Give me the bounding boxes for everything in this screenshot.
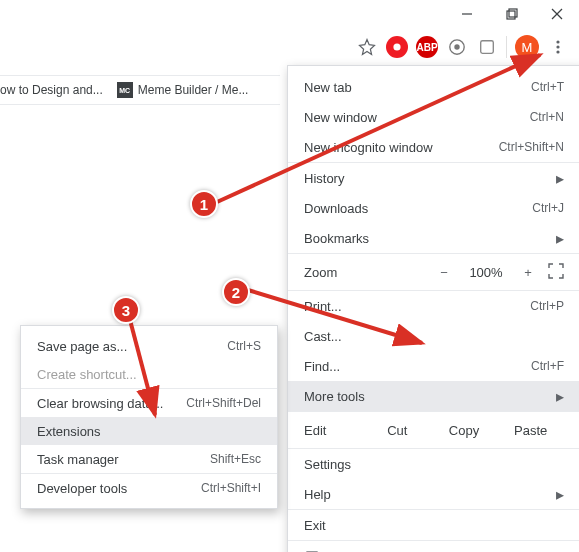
- menu-label: New window: [304, 110, 530, 125]
- extension-3-icon[interactable]: [446, 36, 468, 58]
- extension-4-icon[interactable]: [476, 36, 498, 58]
- bookmark-item[interactable]: ow to Design and...: [0, 82, 103, 98]
- more-tools-submenu: Save page as...Ctrl+S Create shortcut...…: [20, 325, 278, 509]
- zoom-value: 100%: [464, 265, 508, 280]
- svg-rect-1: [507, 11, 515, 19]
- annotation-badge-3: 3: [112, 296, 140, 324]
- menu-label: New incognito window: [304, 140, 499, 155]
- favicon-icon: MC: [117, 82, 133, 98]
- submenu-shortcut: Ctrl+Shift+Del: [186, 396, 261, 410]
- menu-label: Cast...: [304, 329, 564, 344]
- chevron-right-icon: ▸: [556, 485, 564, 504]
- menu-shortcut: Ctrl+T: [531, 80, 564, 94]
- bookmark-item[interactable]: MC Meme Builder / Me...: [117, 82, 249, 98]
- submenu-item-extensions[interactable]: Extensions: [21, 417, 277, 445]
- menu-item-zoom: Zoom − 100% +: [288, 254, 579, 290]
- edit-copy-button[interactable]: Copy: [431, 423, 498, 438]
- annotation-badge-1: 1: [190, 190, 218, 218]
- chevron-right-icon: ▸: [556, 169, 564, 188]
- svg-rect-8: [481, 41, 494, 54]
- menu-item-bookmarks[interactable]: Bookmarks▸: [288, 223, 579, 253]
- submenu-label: Create shortcut...: [37, 367, 137, 382]
- menu-label: Bookmarks: [304, 231, 548, 246]
- zoom-out-button[interactable]: −: [434, 265, 454, 280]
- menu-item-find[interactable]: Find...Ctrl+F: [288, 351, 579, 381]
- svg-point-5: [393, 43, 400, 50]
- menu-item-cast[interactable]: Cast...: [288, 321, 579, 351]
- menu-item-exit[interactable]: Exit: [288, 510, 579, 540]
- maximize-button[interactable]: [489, 0, 534, 28]
- menu-label: Help: [304, 487, 548, 502]
- zoom-label: Zoom: [304, 265, 424, 280]
- menu-item-managed[interactable]: Managed by your organization: [288, 541, 579, 552]
- submenu-shortcut: Shift+Esc: [210, 452, 261, 466]
- menu-item-downloads[interactable]: DownloadsCtrl+J: [288, 193, 579, 223]
- menu-shortcut: Ctrl+P: [530, 299, 564, 313]
- bookmark-label: Meme Builder / Me...: [138, 83, 249, 97]
- edit-label: Edit: [304, 423, 364, 438]
- menu-item-print[interactable]: Print...Ctrl+P: [288, 291, 579, 321]
- minimize-button[interactable]: [444, 0, 489, 28]
- profile-avatar[interactable]: M: [515, 35, 539, 59]
- menu-label: Downloads: [304, 201, 532, 216]
- submenu-item-task-manager[interactable]: Task managerShift+Esc: [21, 445, 277, 473]
- annotation-badge-2: 2: [222, 278, 250, 306]
- bookmark-label: ow to Design and...: [0, 83, 103, 97]
- menu-item-new-tab[interactable]: New tabCtrl+T: [288, 72, 579, 102]
- menu-label: History: [304, 171, 548, 186]
- edit-paste-button[interactable]: Paste: [497, 423, 564, 438]
- menu-label: New tab: [304, 80, 531, 95]
- window-controls: [444, 0, 579, 28]
- submenu-item-developer-tools[interactable]: Developer toolsCtrl+Shift+I: [21, 474, 277, 502]
- submenu-shortcut: Ctrl+Shift+I: [201, 481, 261, 495]
- svg-point-11: [556, 50, 559, 53]
- menu-item-history[interactable]: History▸: [288, 163, 579, 193]
- chevron-right-icon: ▸: [556, 229, 564, 248]
- chevron-right-icon: ▸: [556, 387, 564, 406]
- menu-item-new-window[interactable]: New windowCtrl+N: [288, 102, 579, 132]
- edit-cut-button[interactable]: Cut: [364, 423, 431, 438]
- submenu-label: Task manager: [37, 452, 119, 467]
- submenu-shortcut: Ctrl+S: [227, 339, 261, 353]
- chrome-main-menu: New tabCtrl+T New windowCtrl+N New incog…: [287, 65, 579, 552]
- toolbar: ABP M: [356, 35, 569, 59]
- submenu-label: Clear browsing data...: [37, 396, 163, 411]
- menu-kebab-icon[interactable]: [547, 36, 569, 58]
- toolbar-divider: [506, 36, 507, 58]
- svg-rect-2: [509, 9, 517, 17]
- submenu-label: Developer tools: [37, 481, 127, 496]
- submenu-item-clear-data[interactable]: Clear browsing data...Ctrl+Shift+Del: [21, 389, 277, 417]
- submenu-item-create-shortcut: Create shortcut...: [21, 360, 277, 388]
- close-button[interactable]: [534, 0, 579, 28]
- extension-ublock-icon[interactable]: [386, 36, 408, 58]
- extension-abp-icon[interactable]: ABP: [416, 36, 438, 58]
- menu-label: Settings: [304, 457, 564, 472]
- submenu-item-save-page[interactable]: Save page as...Ctrl+S: [21, 332, 277, 360]
- menu-item-incognito[interactable]: New incognito windowCtrl+Shift+N: [288, 132, 579, 162]
- menu-item-help[interactable]: Help▸: [288, 479, 579, 509]
- bookmark-star-icon[interactable]: [356, 36, 378, 58]
- menu-shortcut: Ctrl+N: [530, 110, 564, 124]
- submenu-label: Save page as...: [37, 339, 127, 354]
- menu-item-more-tools[interactable]: More tools▸: [288, 381, 579, 411]
- fullscreen-icon[interactable]: [548, 263, 564, 282]
- menu-label: Print...: [304, 299, 530, 314]
- menu-item-edit: Edit Cut Copy Paste: [288, 412, 579, 448]
- menu-label: Find...: [304, 359, 531, 374]
- zoom-in-button[interactable]: +: [518, 265, 538, 280]
- submenu-label: Extensions: [37, 424, 101, 439]
- menu-label: Exit: [304, 518, 564, 533]
- menu-label: More tools: [304, 389, 548, 404]
- menu-item-settings[interactable]: Settings: [288, 449, 579, 479]
- svg-point-7: [454, 44, 459, 49]
- svg-point-10: [556, 45, 559, 48]
- menu-shortcut: Ctrl+J: [532, 201, 564, 215]
- svg-point-9: [556, 40, 559, 43]
- menu-shortcut: Ctrl+Shift+N: [499, 140, 564, 154]
- menu-shortcut: Ctrl+F: [531, 359, 564, 373]
- bookmarks-bar: ow to Design and... MC Meme Builder / Me…: [0, 75, 280, 105]
